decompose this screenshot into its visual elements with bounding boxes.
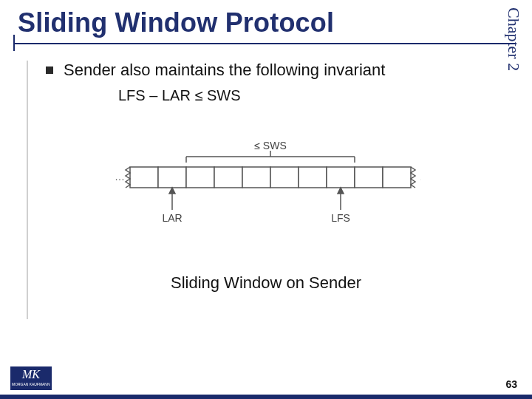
svg-rect-7 <box>214 167 242 188</box>
svg-marker-17 <box>338 188 344 194</box>
svg-rect-10 <box>299 167 327 188</box>
sws-label: ≤ SWS <box>254 140 286 151</box>
publisher-logo: MK MORGAN KAUFMANN <box>10 366 52 390</box>
svg-rect-12 <box>355 167 383 188</box>
body: Sender also maintains the following inva… <box>46 61 488 104</box>
svg-rect-13 <box>383 167 411 188</box>
title-area: Sliding Window Protocol <box>18 7 334 38</box>
svg-rect-11 <box>327 167 355 188</box>
ellipsis-right: … <box>420 171 421 183</box>
lfs-label: LFS <box>331 212 350 224</box>
svg-marker-15 <box>169 188 175 194</box>
logo-publisher: MORGAN KAUFMANN <box>12 382 50 386</box>
bullet-item: Sender also maintains the following inva… <box>46 61 488 80</box>
lar-label: LAR <box>162 212 182 224</box>
slide: Chapter 2 Sliding Window Protocol Sender… <box>0 0 532 399</box>
svg-rect-8 <box>242 167 270 188</box>
page-number: 63 <box>505 378 517 390</box>
square-bullet-icon <box>46 66 53 74</box>
ellipsis-left: … <box>115 171 125 183</box>
chapter-label: Chapter 2 <box>504 7 523 71</box>
diagram-caption: Sliding Window on Sender <box>0 273 532 293</box>
svg-rect-9 <box>270 167 299 188</box>
slide-title: Sliding Window Protocol <box>18 7 334 38</box>
sliding-window-diagram: ≤ SWS … … <box>111 140 421 244</box>
invariant-text: LFS – LAR ≤ SWS <box>118 87 488 104</box>
svg-rect-4 <box>130 167 158 188</box>
svg-rect-5 <box>158 167 186 188</box>
logo-mk: MK <box>22 369 40 381</box>
footer-bar <box>0 395 532 399</box>
bullet-text: Sender also maintains the following inva… <box>64 61 385 80</box>
svg-rect-6 <box>186 167 214 188</box>
title-rule <box>13 43 516 44</box>
